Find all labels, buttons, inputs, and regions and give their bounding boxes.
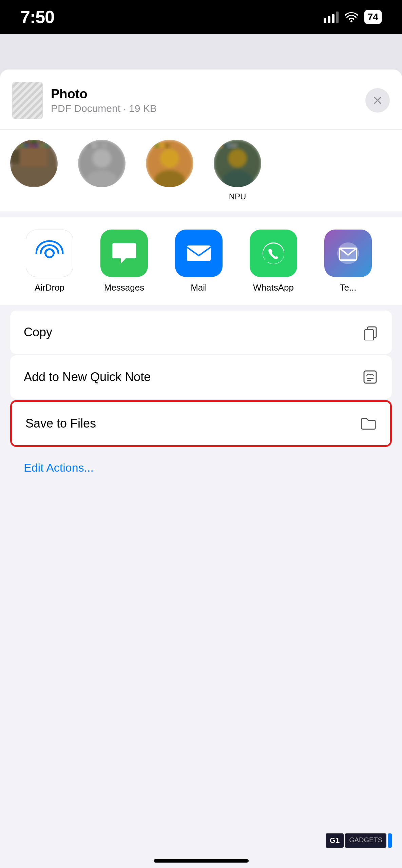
app-item-whatsapp[interactable]: WhatsApp [236,230,311,293]
svg-rect-23 [87,143,92,148]
edit-actions-label: Edit Actions... [24,461,94,474]
contact-item[interactable] [68,140,136,201]
partial-app-icon [324,230,372,277]
status-bar: 7:50 74 [0,0,402,34]
app-label: Messages [104,282,145,293]
watermark-gadgets: GADGETS [345,833,386,848]
app-label: Te... [340,282,356,293]
svg-rect-39 [217,143,222,148]
partial-symbol [333,238,363,269]
contact-item[interactable]: NPU [204,140,271,201]
watermark-blue-bar [388,833,392,848]
header-left: Photo PDF Document · 19 KB [12,82,157,119]
app-item-airdrop[interactable]: AirDrop [12,230,87,293]
share-sheet: Photo PDF Document · 19 KB [0,70,402,868]
header-info: Photo PDF Document · 19 KB [51,87,157,114]
airdrop-symbol [34,238,65,269]
copy-icon [362,324,378,340]
watermark-g1: G1 [326,833,344,848]
svg-rect-33 [159,143,165,148]
app-label: AirDrop [35,282,64,293]
battery-indicator: 74 [364,10,382,24]
svg-rect-49 [365,330,374,340]
close-icon [372,95,383,105]
edit-actions[interactable]: Edit Actions... [0,453,402,482]
contact-name: NPU [229,192,246,201]
contacts-row: NPU [0,130,402,212]
svg-rect-1 [10,140,17,146]
file-subtitle: PDF Document · 19 KB [51,103,157,114]
svg-rect-10 [14,143,19,148]
svg-rect-16 [44,143,49,148]
folder-icon [360,415,377,432]
svg-rect-26 [102,143,107,148]
copy-action[interactable]: Copy [10,311,392,354]
copy-label: Copy [24,325,52,339]
close-button[interactable] [365,88,390,113]
svg-rect-44 [187,245,211,261]
signal-icon [324,11,339,23]
svg-point-46 [337,242,359,264]
svg-rect-25 [97,143,102,148]
svg-rect-42 [232,143,237,148]
mail-icon [175,230,223,277]
svg-rect-31 [149,143,154,148]
mail-symbol [184,238,214,269]
wifi-icon [344,11,359,23]
app-item-mail[interactable]: Mail [161,230,236,293]
whatsapp-icon [250,230,297,277]
svg-rect-15 [39,143,44,148]
messages-icon [100,230,148,277]
app-item-partial[interactable]: Te... [311,230,385,293]
save-to-files-action[interactable]: Save to Files [10,400,392,447]
airdrop-icon [26,230,73,277]
svg-rect-41 [227,143,232,148]
save-to-files-label: Save to Files [25,416,96,431]
svg-rect-50 [364,371,376,383]
pdf-thumbnail [12,82,43,119]
messages-symbol [109,238,139,269]
whatsapp-symbol [258,238,289,269]
apps-row: AirDrop Messages Mail [0,217,402,305]
svg-rect-32 [154,143,159,148]
svg-rect-17 [49,143,54,148]
svg-rect-14 [34,143,39,148]
avatar [78,140,126,187]
svg-rect-34 [165,143,170,148]
avatar [146,140,193,187]
app-label: Mail [191,282,207,293]
status-time: 7:50 [20,7,54,27]
contact-item[interactable] [136,140,204,201]
svg-rect-11 [19,143,24,148]
home-indicator [154,859,249,863]
watermark: G1 GADGETS [326,833,392,848]
avatar [10,140,58,187]
svg-rect-40 [222,143,227,148]
svg-rect-24 [92,143,97,148]
actions-list: Copy Add to New Quick Note [0,305,402,453]
svg-rect-12 [24,143,29,148]
quick-note-label: Add to New Quick Note [24,370,151,384]
avatar [214,140,261,187]
contact-item[interactable] [0,140,68,201]
status-icons: 74 [324,10,382,24]
app-item-messages[interactable]: Messages [87,230,161,293]
app-label: WhatsApp [253,282,294,293]
sheet-header: Photo PDF Document · 19 KB [0,70,402,130]
file-title: Photo [51,87,157,101]
svg-rect-13 [29,143,34,148]
quick-note-action[interactable]: Add to New Quick Note [10,355,392,399]
quick-note-icon [362,369,378,385]
svg-rect-22 [81,143,87,148]
